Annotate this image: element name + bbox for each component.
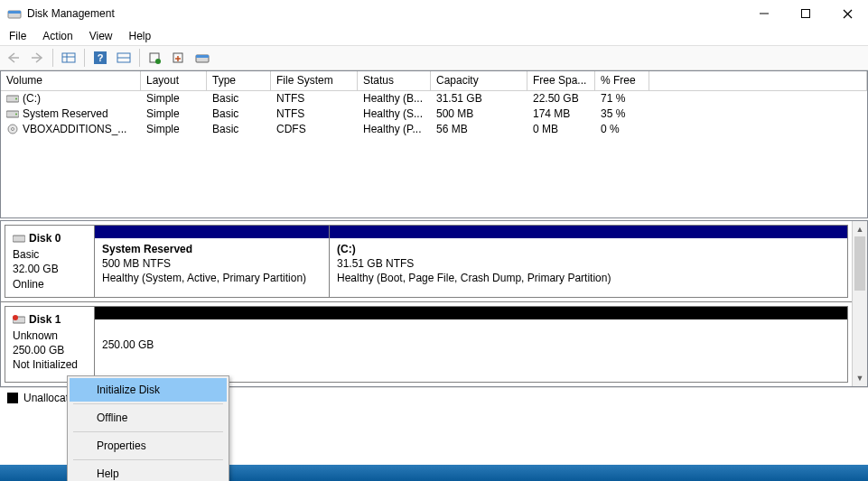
disk-graphical-pane: Disk 0 Basic 32.00 GB Online System Rese… (0, 220, 868, 387)
svg-point-16 (155, 59, 161, 64)
svg-rect-1 (8, 11, 21, 14)
context-menu-offline[interactable]: Offline (70, 406, 227, 430)
disk-label: Disk 0 (29, 232, 61, 245)
volume-capacity: 56 MB (431, 122, 527, 137)
volume-status: Healthy (P... (358, 122, 431, 137)
partition-size: 250.00 GB (102, 338, 154, 351)
toolbar-layout-button[interactable] (114, 48, 134, 68)
partition-name: (C:) (337, 243, 356, 255)
volume-row[interactable]: (C:) Simple Basic NTFS Healthy (B... 31.… (1, 91, 867, 106)
volume-layout: Simple (141, 106, 207, 122)
svg-point-28 (13, 315, 18, 320)
svg-point-23 (15, 114, 17, 116)
partition-size: 31.51 GB NTFS (337, 257, 414, 270)
svg-text:?: ? (98, 52, 104, 63)
help-icon[interactable]: ? (90, 48, 110, 68)
window-title: Disk Management (27, 7, 743, 20)
volume-status: Healthy (B... (358, 91, 431, 106)
menu-file[interactable]: File (4, 28, 32, 44)
scroll-up-icon[interactable]: ▲ (853, 221, 867, 236)
svg-rect-26 (13, 236, 25, 242)
disk-partitions-1: 250.00 GB (95, 306, 848, 383)
svg-rect-8 (62, 53, 75, 62)
col-pctfree[interactable]: % Free (595, 71, 649, 91)
menu-view[interactable]: View (84, 28, 118, 44)
disk-row-1: Disk 1 Unknown 250.00 GB Not Initialized… (1, 302, 852, 386)
legend-label: Unallocated (23, 392, 69, 404)
volume-type: Basic (207, 91, 271, 106)
disk-info-1[interactable]: Disk 1 Unknown 250.00 GB Not Initialized (5, 306, 95, 383)
maximize-button[interactable] (785, 0, 826, 27)
volume-row[interactable]: VBOXADDITIONS_... Simple Basic CDFS Heal… (1, 122, 867, 137)
volume-layout: Simple (141, 91, 207, 106)
disk-size: 250.00 GB (13, 344, 64, 356)
disk-label: Disk 1 (29, 313, 61, 326)
col-filesystem[interactable]: File System (271, 71, 358, 91)
disk-row-0: Disk 0 Basic 32.00 GB Online System Rese… (1, 221, 852, 302)
col-spacer (649, 71, 867, 91)
volume-name: VBOXADDITIONS_... (23, 123, 126, 135)
volume-row[interactable]: System Reserved Simple Basic NTFS Health… (1, 106, 867, 122)
volume-fs: NTFS (271, 91, 358, 106)
context-menu-properties[interactable]: Properties (70, 434, 227, 458)
volume-status: Healthy (S... (358, 106, 431, 122)
col-type[interactable]: Type (207, 71, 271, 91)
partition-c[interactable]: (C:) 31.51 GB NTFS Healthy (Boot, Page F… (330, 226, 847, 297)
disk-info-0[interactable]: Disk 0 Basic 32.00 GB Online (5, 225, 95, 298)
volume-name: (C:) (23, 92, 41, 105)
disk-status: Not Initialized (13, 357, 78, 372)
disk-partitions-0: System Reserved 500 MB NTFS Healthy (Sys… (95, 225, 848, 298)
context-menu-help[interactable]: Help (70, 462, 227, 481)
context-menu-initialize-disk[interactable]: Initialize Disk (70, 378, 227, 402)
col-layout[interactable]: Layout (141, 71, 207, 91)
col-volume[interactable]: Volume (1, 71, 141, 91)
scroll-thumb[interactable] (854, 236, 865, 291)
volume-capacity: 31.51 GB (431, 91, 527, 106)
disk-type: Unknown (13, 329, 58, 342)
disk-size: 32.00 GB (13, 263, 59, 275)
col-capacity[interactable]: Capacity (431, 71, 527, 91)
partition-health: Healthy (System, Active, Primary Partiti… (102, 272, 306, 284)
disk-unknown-icon (13, 314, 25, 328)
volume-fs: CDFS (271, 122, 358, 137)
volume-pct: 71 % (595, 91, 649, 106)
forward-button[interactable] (27, 48, 47, 68)
toolbar-action-button[interactable] (169, 48, 189, 68)
volume-layout: Simple (141, 122, 207, 137)
drive-icon (6, 93, 19, 106)
volume-name: System Reserved (23, 107, 108, 120)
toolbar-view-button[interactable] (59, 48, 79, 68)
volume-pct: 0 % (595, 122, 649, 137)
partition-health: Healthy (Boot, Page File, Crash Dump, Pr… (337, 272, 611, 284)
context-menu-separator (73, 403, 223, 404)
menu-action[interactable]: Action (37, 28, 78, 44)
volume-capacity: 500 MB (431, 106, 527, 122)
toolbar-disk-button[interactable] (192, 48, 212, 68)
col-status[interactable]: Status (358, 71, 431, 91)
toolbar-settings-button[interactable] (145, 48, 165, 68)
menu-bar: File Action View Help (0, 27, 868, 45)
legend-swatch-unallocated (7, 393, 18, 403)
minimize-button[interactable] (743, 0, 785, 27)
partition-unallocated[interactable]: 250.00 GB (95, 307, 847, 382)
svg-rect-3 (802, 10, 810, 18)
vertical-scrollbar[interactable]: ▲ ▼ (852, 221, 867, 386)
volume-list: Volume Layout Type File System Status Ca… (0, 70, 868, 218)
partition-stripe (330, 226, 847, 238)
back-button[interactable] (4, 48, 23, 68)
cd-icon (6, 124, 19, 137)
menu-help[interactable]: Help (124, 28, 157, 44)
partition-system-reserved[interactable]: System Reserved 500 MB NTFS Healthy (Sys… (95, 226, 330, 297)
volume-list-body: (C:) Simple Basic NTFS Healthy (B... 31.… (1, 91, 867, 217)
scroll-down-icon[interactable]: ▼ (853, 371, 867, 386)
app-icon (7, 6, 22, 21)
volume-free: 174 MB (527, 106, 595, 122)
context-menu-separator (73, 459, 223, 460)
col-freespace[interactable]: Free Spa... (527, 71, 595, 91)
svg-point-25 (12, 128, 14, 131)
close-button[interactable] (826, 0, 868, 27)
context-menu: Initialize Disk Offline Properties Help (67, 375, 229, 481)
volume-type: Basic (207, 122, 271, 137)
context-menu-separator (73, 431, 223, 432)
window-controls (743, 0, 868, 27)
